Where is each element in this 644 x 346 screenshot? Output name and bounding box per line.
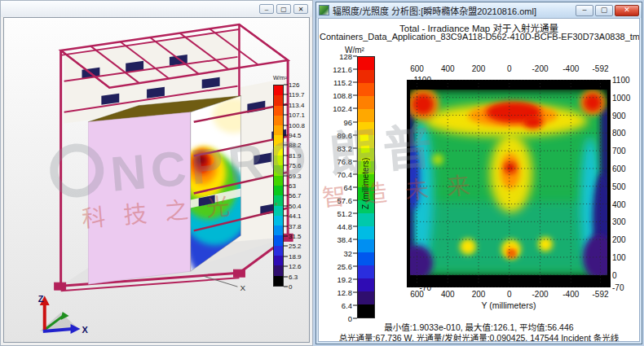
colorbar-tick: 69.3 bbox=[284, 172, 302, 179]
axis-tick-label: 200 bbox=[472, 64, 486, 73]
axis-tick-label: -400 bbox=[562, 64, 579, 73]
colorbar-tick: 119.7 bbox=[284, 91, 304, 99]
axis-tick-label: 500 bbox=[612, 182, 638, 191]
axis-tick-label: 100 bbox=[612, 252, 638, 261]
axis-tick-label: 400 bbox=[441, 64, 455, 73]
model-colorbar-unit: W/m² bbox=[273, 75, 287, 81]
axis-tick-label: 200 bbox=[612, 235, 638, 244]
colorbar-tick: 38.4 bbox=[337, 235, 358, 244]
restore-button[interactable]: ▢ bbox=[276, 4, 291, 14]
axis-tick-label: 900 bbox=[612, 111, 638, 120]
colorbar-tick: 51.2 bbox=[337, 209, 358, 218]
axis-tick-label: 0 bbox=[507, 290, 512, 299]
colorbar-tick: 12.8 bbox=[337, 287, 358, 296]
axis-tick-label: 400 bbox=[441, 290, 455, 299]
colorbar-tick: 113.4 bbox=[284, 101, 304, 108]
cargo-box-front-face bbox=[88, 112, 190, 284]
close-button[interactable]: ✕ bbox=[615, 5, 639, 16]
desktop: – ▢ ✕ bbox=[0, 0, 644, 346]
minimize-button[interactable]: – bbox=[576, 5, 593, 16]
axis-tick-label: 800 bbox=[612, 129, 638, 138]
axis-tick-label: -592 bbox=[592, 64, 608, 73]
colorbar-tick: 44.8 bbox=[337, 222, 358, 231]
axis-tick-label: 0 bbox=[507, 64, 512, 73]
y-axis-ticks-left: 110010009008007006005004003002001000-70 bbox=[379, 80, 405, 287]
colorbar-tick: 121.6 bbox=[333, 65, 357, 74]
map-source-path: Containers_Data_Application_83C9A118-D56… bbox=[320, 32, 639, 42]
model-window-titlebar[interactable]: – ▢ ✕ bbox=[1, 1, 312, 17]
axis-tick-label: 600 bbox=[410, 64, 424, 73]
colorbar-tick: 102.4 bbox=[333, 104, 357, 113]
x-axis-title: Y (millimeters) bbox=[407, 300, 611, 310]
axis-tick-label: 300 bbox=[612, 217, 638, 226]
colorbar-tick: 81.9 bbox=[284, 151, 302, 159]
y-axis-title: Z (millimeters) bbox=[359, 80, 371, 287]
colorbar-tick: 126 bbox=[284, 81, 299, 89]
axis-tick-label: -400 bbox=[562, 290, 579, 299]
axis-tick-label: 200 bbox=[472, 290, 486, 299]
colorbar-tick: 64 bbox=[343, 183, 357, 192]
x-axis-ticks-bottom: 6004002000-200-400-592 bbox=[407, 290, 611, 300]
colorbar-tick: 50.4 bbox=[284, 202, 302, 209]
scene-axis-x-label: X bbox=[240, 283, 245, 292]
colorbar-tick: 128 bbox=[339, 52, 357, 61]
axis-tick-label: 600 bbox=[612, 164, 638, 173]
colorbar-tick: 89.6 bbox=[337, 130, 358, 139]
triad-z-label: Z bbox=[38, 294, 44, 304]
colorbar-tick: 63 bbox=[284, 182, 296, 190]
colorbar-tick: 70.4 bbox=[337, 169, 358, 178]
restore-button[interactable]: ▢ bbox=[595, 5, 613, 16]
close-button[interactable]: ✕ bbox=[293, 4, 308, 14]
colorbar-tick: 31.5 bbox=[284, 233, 302, 240]
axis-tick-label: 700 bbox=[612, 147, 638, 155]
irradiance-map-window: 辐照度/光照度 分析图:[瞬時橢体杂盟20210816.oml] – ▢ ✕ T… bbox=[315, 2, 642, 344]
colorbar-tick: 25.6 bbox=[337, 261, 358, 270]
model-view-window: – ▢ ✕ bbox=[0, 0, 313, 346]
axis-tick-label: -70 bbox=[612, 283, 638, 292]
colorbar-tick: 56.7 bbox=[284, 192, 302, 199]
colorbar-tick: 32 bbox=[343, 248, 357, 257]
minimize-button[interactable]: – bbox=[259, 4, 274, 14]
colorbar-tick: 115.2 bbox=[333, 78, 357, 87]
colorbar-tick: 76.8 bbox=[337, 156, 358, 165]
colorbar-tick: 96 bbox=[343, 117, 357, 126]
window-icon bbox=[319, 5, 329, 15]
colorbar-tick: 108.8 bbox=[333, 91, 357, 100]
model-viewport[interactable]: Z X X W/m² 126119.7113.4107.1100.894.588… bbox=[3, 17, 310, 343]
axis-tick-label: 400 bbox=[612, 199, 638, 208]
irradiance-heatmap[interactable] bbox=[407, 80, 611, 287]
colorbar-tick: 6.4 bbox=[342, 300, 357, 309]
map-stats-line2: 总光通量:67.736 W, 光通量/发射光通量:0.090425, 14754… bbox=[319, 331, 639, 342]
colorbar-tick: 75.6 bbox=[284, 162, 302, 169]
colorbar-tick: 18.9 bbox=[284, 252, 302, 260]
colorbar-tick: 100.8 bbox=[284, 121, 305, 129]
x-axis-ticks-top: 6004002000-200-400-592 bbox=[407, 64, 611, 74]
window-title: 辐照度/光照度 分析图:[瞬時橢体杂盟20210816.oml] bbox=[333, 4, 576, 17]
colorbar-tick: 37.8 bbox=[284, 222, 302, 230]
colorbar-tick: 19.2 bbox=[337, 274, 358, 283]
axis-tick-label: 0 bbox=[612, 270, 638, 279]
colorbar-tick: 88.2 bbox=[284, 142, 302, 149]
axis-tick-label: -200 bbox=[532, 290, 548, 299]
colorbar-tick: 94.5 bbox=[284, 132, 302, 139]
colorbar-tick: 25.2 bbox=[284, 243, 302, 250]
model-3d-scene: Z X X bbox=[4, 18, 309, 342]
irradiance-map-client: Total - Irradiance Map 对于入射光通量 Container… bbox=[318, 18, 640, 342]
colorbar-tick: 6.3 bbox=[284, 273, 298, 280]
y-axis-ticks-right: 110010009008007006005004003002001000-70 bbox=[612, 80, 638, 287]
irradiance-window-titlebar[interactable]: 辐照度/光照度 分析图:[瞬時橢体杂盟20210816.oml] – ▢ ✕ bbox=[316, 2, 642, 18]
axis-tick-label: 600 bbox=[410, 290, 424, 299]
colorbar-tick: 107.1 bbox=[284, 112, 305, 119]
triad-x-label: X bbox=[82, 325, 88, 335]
axis-tick-label: -200 bbox=[532, 64, 548, 73]
axis-tick-label: -592 bbox=[592, 290, 608, 299]
colorbar-tick: 57.6 bbox=[337, 196, 358, 205]
colorbar-tick: 12.6 bbox=[284, 263, 302, 270]
colorbar-tick: 0 bbox=[284, 283, 292, 291]
axis-tick-label: 1100 bbox=[612, 76, 638, 85]
colorbar-tick: 44.1 bbox=[284, 212, 302, 220]
colorbar-tick: 83.2 bbox=[337, 143, 358, 152]
axis-tick-label: 1000 bbox=[612, 93, 638, 102]
